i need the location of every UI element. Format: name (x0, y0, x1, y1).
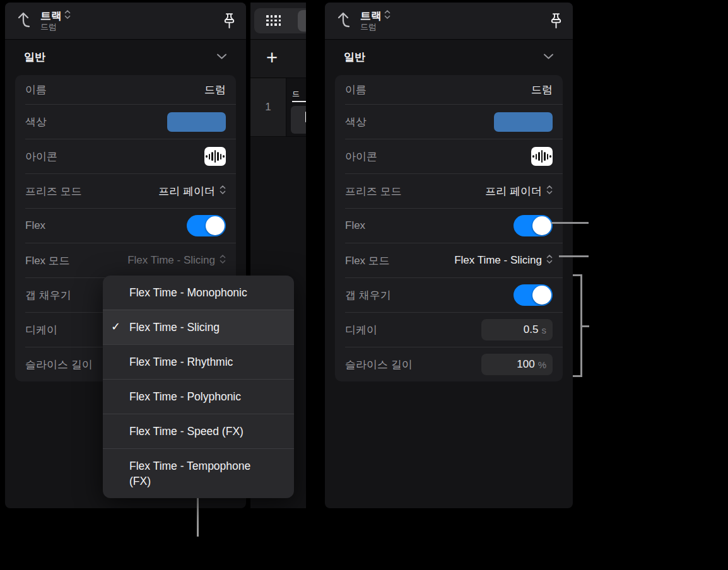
chevron-updown-icon (64, 9, 71, 22)
decay-field[interactable]: 0.5 s (481, 319, 553, 340)
back-up-arrow-icon[interactable] (334, 10, 352, 32)
back-up-arrow-icon[interactable] (15, 10, 32, 32)
section-general[interactable]: 일반 (325, 40, 573, 74)
add-track-button[interactable]: + (266, 47, 278, 69)
slice-length-unit: % (538, 359, 546, 370)
row-color: 색상 (345, 104, 563, 139)
row-flex: Flex (25, 208, 236, 243)
inspector-titles: 트랙 드럼 (360, 9, 390, 32)
row-flex-mode[interactable]: Flex 모드 Flex Time - Slicing (345, 243, 563, 277)
flex-mode-popup[interactable]: Flex Time - Slicing (127, 254, 226, 267)
freeze-mode-popup[interactable]: 프리 페이더 (485, 184, 553, 199)
track-row[interactable]: 1 드 (250, 78, 306, 137)
menu-item-monophonic[interactable]: Flex Time - Monophonic (103, 276, 294, 310)
region-waveform-bar (305, 112, 306, 122)
row-flex-mode[interactable]: Flex 모드 Flex Time - Slicing (25, 243, 236, 277)
section-general[interactable]: 일반 (5, 40, 246, 74)
callout-bracket (573, 274, 582, 377)
selected-segment[interactable] (298, 10, 306, 32)
flex-mode-popup[interactable]: Flex Time - Slicing (454, 254, 553, 267)
track-inspector-right: 트랙 드럼 일반 이름 드럼 색상 (325, 3, 573, 508)
menu-item-slicing[interactable]: ✓ Flex Time - Slicing (103, 310, 294, 344)
general-settings-card: 이름 드럼 색상 아이콘 프리즈 모드 프리 페이더 Flex (335, 75, 563, 381)
chevron-updown-icon (384, 9, 390, 22)
track-waveform-icon[interactable] (531, 147, 553, 166)
row-decay: 디케이 0.5 s (345, 312, 563, 347)
row-icon: 아이콘 (25, 139, 236, 173)
view-segmented-control (254, 8, 306, 33)
chevron-updown-icon (546, 254, 553, 267)
row-name[interactable]: 이름 드럼 (25, 75, 236, 104)
tracks-toolbar: + (250, 40, 306, 78)
row-gap-fill: 갭 채우기 (345, 277, 563, 312)
row-name[interactable]: 이름 드럼 (345, 75, 563, 104)
freeze-mode-popup[interactable]: 프리 페이더 (158, 184, 226, 199)
section-title: 일반 (344, 50, 365, 64)
section-title: 일반 (24, 50, 45, 64)
track-lane: 드 (286, 78, 306, 137)
chevron-updown-icon (546, 185, 553, 197)
row-freeze-mode[interactable]: 프리즈 모드 프리 페이더 (345, 173, 563, 208)
callout-bracket-tick (582, 325, 589, 327)
flex-mode-menu: Flex Time - Monophonic ✓ Flex Time - Sli… (103, 276, 294, 498)
decay-unit: s (542, 325, 547, 335)
callout-line-dropdown (197, 494, 199, 537)
track-name-label: 드 (292, 89, 306, 102)
view-control-bar (250, 3, 306, 40)
audio-region[interactable] (291, 106, 306, 134)
chevron-updown-icon (220, 254, 226, 267)
flex-toggle[interactable] (187, 215, 226, 236)
chevron-down-icon (543, 51, 554, 62)
pin-icon[interactable] (222, 13, 237, 30)
track-number: 1 (250, 78, 286, 137)
chevron-down-icon (216, 51, 227, 62)
gap-fill-toggle[interactable] (514, 284, 553, 306)
track-name-value: 드럼 (531, 83, 553, 97)
row-color: 색상 (25, 104, 236, 139)
inspector-subtitle: 드럼 (360, 23, 390, 32)
inspector-title-popup[interactable]: 트랙 (40, 9, 71, 22)
flex-toggle[interactable] (514, 215, 553, 236)
row-icon: 아이콘 (345, 139, 563, 173)
inspector-titles: 트랙 드럼 (40, 9, 71, 32)
inspector-header: 트랙 드럼 (325, 3, 573, 40)
callout-line-flex (551, 222, 589, 224)
chevron-updown-icon (220, 185, 226, 197)
track-name-value: 드럼 (204, 83, 226, 97)
menu-item-speed-fx[interactable]: Flex Time - Speed (FX) (103, 414, 294, 448)
menu-item-polyphonic[interactable]: Flex Time - Polyphonic (103, 379, 294, 414)
callout-line-flex-mode (559, 255, 589, 257)
row-freeze-mode[interactable]: 프리즈 모드 프리 페이더 (25, 173, 236, 208)
row-flex: Flex (345, 208, 563, 243)
inspector-subtitle: 드럼 (40, 23, 71, 32)
menu-item-rhythmic[interactable]: Flex Time - Rhythmic (103, 344, 294, 379)
color-swatch[interactable] (494, 112, 553, 132)
track-waveform-icon[interactable] (204, 147, 226, 166)
inspector-header: 트랙 드럼 (5, 3, 246, 40)
row-slice-length: 슬라이스 길이 100 % (345, 347, 563, 381)
menu-item-tempophone-fx[interactable]: Flex Time - Tempophone (FX) (103, 448, 294, 498)
slice-length-field[interactable]: 100 % (481, 354, 553, 375)
pin-icon[interactable] (549, 13, 563, 30)
inspector-title-popup[interactable]: 트랙 (360, 9, 390, 22)
checkmark-icon: ✓ (111, 319, 120, 334)
color-swatch[interactable] (167, 112, 226, 132)
grid-view-icon[interactable] (266, 15, 281, 26)
